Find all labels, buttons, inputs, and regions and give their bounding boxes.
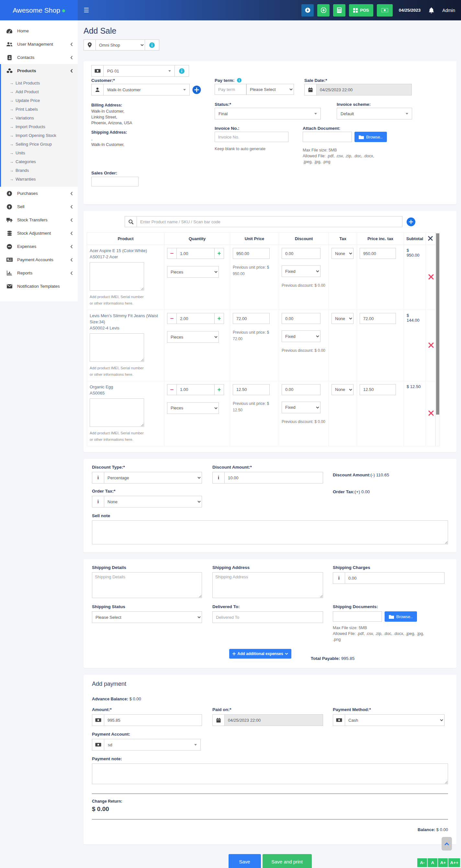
payment-note-textarea[interactable]	[92, 764, 448, 784]
brand-logo[interactable]: Awesome Shop	[0, 0, 78, 21]
attach-document-file-input[interactable]	[303, 132, 352, 142]
sidebar-item-reports[interactable]: Reports	[0, 266, 78, 280]
delete-row-icon[interactable]	[426, 381, 435, 446]
add-additional-expenses-button[interactable]: Add additional expenses	[229, 649, 291, 659]
shipping-address-textarea[interactable]	[212, 572, 323, 598]
pay-term-info-icon[interactable]	[237, 78, 242, 83]
sidebar-item-payment-accounts[interactable]: Payment Accounts	[0, 253, 78, 266]
location-info-icon[interactable]	[145, 39, 159, 51]
discount-type-select[interactable]: Fixed	[282, 402, 320, 413]
add-customer-button[interactable]	[190, 84, 203, 95]
notifications-bell-icon[interactable]	[429, 7, 434, 13]
sale-date-input[interactable]	[317, 84, 412, 95]
product-description-textarea[interactable]	[90, 398, 144, 427]
order-discount-type-select[interactable]: Percentage	[104, 472, 202, 484]
pay-term-input[interactable]	[215, 84, 246, 95]
tax-select[interactable]: None	[332, 384, 354, 395]
submenu-item-selling-price-group[interactable]: →Selling Price Group	[1, 140, 78, 149]
sidebar-item-purchases[interactable]: Purchases	[0, 187, 78, 200]
scrollbar-thumb[interactable]	[436, 234, 439, 414]
unit-price-input[interactable]	[233, 248, 270, 259]
unit-select[interactable]: Pieces	[167, 266, 219, 278]
save-button[interactable]: Save	[228, 854, 261, 868]
add-product-button[interactable]	[407, 217, 416, 226]
price-group-info-icon[interactable]	[175, 65, 189, 77]
user-menu[interactable]: Admin	[442, 8, 455, 13]
quantity-input[interactable]	[177, 248, 214, 259]
scroll-to-top-button[interactable]	[441, 837, 452, 850]
product-description-textarea[interactable]	[90, 262, 144, 291]
quantity-input[interactable]	[177, 384, 214, 395]
submenu-item-units[interactable]: →Units	[1, 149, 78, 157]
status-select[interactable]: Final	[215, 108, 321, 119]
table-scrollbar[interactable]	[435, 232, 440, 446]
sidebar-item-stock-transfers[interactable]: Stock Transfers	[0, 213, 78, 226]
submenu-item-warranties[interactable]: →Warranties	[1, 175, 78, 184]
sidebar-item-stock-adjustment[interactable]: Stock Adjustment	[0, 226, 78, 240]
calculator-toggle-button[interactable]	[301, 4, 314, 17]
font-increase-button[interactable]: A+	[438, 858, 448, 867]
sidebar-item-products[interactable]: Products	[1, 64, 78, 78]
discount-input[interactable]	[282, 248, 320, 259]
submenu-item-categories[interactable]: →Categories	[1, 157, 78, 166]
discount-type-select[interactable]: Fixed	[282, 331, 320, 342]
payment-amount-input[interactable]	[104, 714, 202, 726]
unit-select[interactable]: Pieces	[167, 331, 219, 343]
font-normal-button[interactable]: A	[428, 858, 437, 867]
quantity-increment-button[interactable]	[214, 313, 224, 324]
submenu-item-list-products[interactable]: →List Products	[1, 79, 78, 87]
shipping-documents-file-input[interactable]	[333, 611, 382, 622]
quantity-input[interactable]	[177, 313, 214, 324]
submenu-item-import-opening-stock[interactable]: →Import Opening Stock	[1, 131, 78, 140]
order-discount-amount-input[interactable]	[225, 472, 323, 484]
tax-select[interactable]: None	[332, 313, 354, 324]
price-inc-tax-input[interactable]	[360, 313, 396, 324]
submenu-item-print-labels[interactable]: →Print Labels	[1, 105, 78, 114]
customer-select[interactable]: Walk-In Customer	[103, 84, 190, 95]
discount-input[interactable]	[282, 384, 320, 395]
quantity-increment-button[interactable]	[214, 384, 224, 395]
business-location-select[interactable]: Omni Shop	[96, 39, 145, 51]
font-increase-more-button[interactable]: A++	[449, 858, 460, 867]
price-group-select[interactable]: PG 01	[103, 65, 175, 77]
font-decrease-button[interactable]: A-	[417, 858, 427, 867]
invoice-scheme-select[interactable]: Default	[337, 108, 412, 119]
invoice-no-input[interactable]	[215, 132, 288, 142]
calculator-button[interactable]	[333, 4, 345, 17]
discount-input[interactable]	[282, 313, 320, 324]
sidebar-item-contacts[interactable]: Contacts	[0, 51, 78, 64]
discount-type-select[interactable]: Fixed	[282, 266, 320, 277]
product-search-input[interactable]	[137, 216, 402, 227]
quantity-increment-button[interactable]	[214, 248, 224, 259]
remove-all-icon[interactable]	[426, 233, 435, 245]
add-new-button[interactable]	[317, 4, 330, 17]
sidebar-item-user-management[interactable]: User Management	[0, 37, 78, 51]
tax-select[interactable]: None	[332, 248, 354, 259]
paid-on-input[interactable]	[225, 714, 323, 726]
sidebar-toggle-button[interactable]: ☰	[78, 0, 95, 21]
price-inc-tax-input[interactable]	[360, 384, 396, 395]
shipping-status-select[interactable]: Please Select	[92, 611, 202, 623]
delivered-to-input[interactable]	[212, 611, 323, 623]
unit-price-input[interactable]	[233, 384, 270, 395]
submenu-item-brands[interactable]: →Brands	[1, 166, 78, 175]
submenu-item-variations[interactable]: →Variations	[1, 114, 78, 122]
save-and-print-button[interactable]: Save and print	[263, 854, 312, 868]
price-inc-tax-input[interactable]	[360, 248, 396, 259]
shipping-charges-input[interactable]	[345, 572, 444, 584]
unit-price-input[interactable]	[233, 313, 270, 324]
product-description-textarea[interactable]	[90, 333, 144, 362]
shipping-details-textarea[interactable]	[92, 572, 202, 598]
delete-row-icon[interactable]	[426, 245, 435, 310]
sidebar-item-expenses[interactable]: Expenses	[0, 240, 78, 253]
sidebar-item-notification-templates[interactable]: Notification Templates	[0, 280, 78, 293]
unit-select[interactable]: Pieces	[167, 402, 219, 414]
submenu-item-add-product[interactable]: →Add Product	[1, 87, 78, 96]
sales-order-input[interactable]	[91, 177, 139, 186]
register-button[interactable]	[377, 4, 393, 17]
delete-row-icon[interactable]	[426, 310, 435, 381]
browse-button[interactable]: Browse..	[385, 611, 417, 622]
quantity-decrement-button[interactable]	[167, 384, 177, 395]
pay-term-unit-select[interactable]: Please Select	[246, 84, 294, 95]
browse-button[interactable]: Browse..	[355, 132, 387, 142]
